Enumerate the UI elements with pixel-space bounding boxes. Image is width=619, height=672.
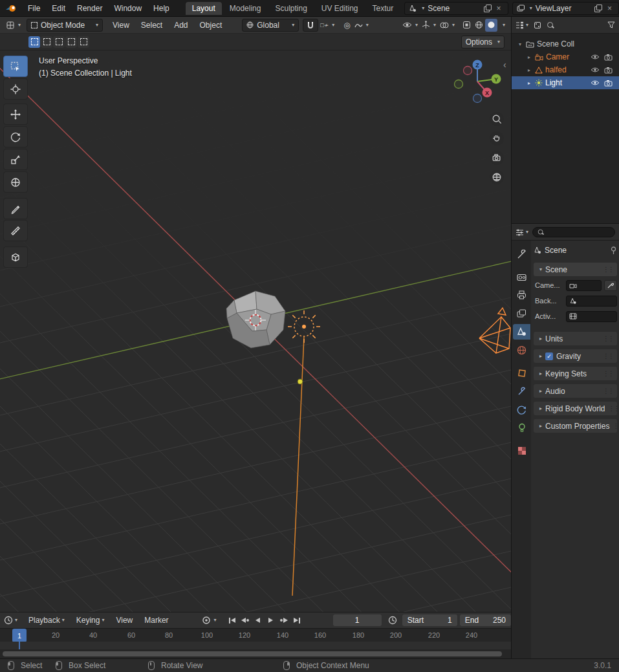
menu-keying[interactable]: Keying▾ — [71, 616, 111, 625]
menu-edit[interactable]: Edit — [46, 4, 71, 13]
panel-grip-icon[interactable]: ⋮⋮ — [609, 405, 619, 412]
jump-next-keyframe-button[interactable] — [277, 614, 290, 626]
play-button[interactable] — [265, 614, 277, 626]
tool-scale[interactable] — [3, 149, 28, 170]
outliner-display-mode-icon[interactable] — [534, 21, 541, 29]
panel-grip-icon[interactable]: ⋮⋮ — [603, 266, 613, 273]
remove-viewlayer-icon[interactable]: × — [605, 4, 614, 13]
menu-window[interactable]: Window — [108, 4, 147, 13]
scene-selector[interactable]: ▾ Scene × — [404, 2, 508, 15]
transform-orientation-dropdown[interactable]: Global ▾ — [242, 19, 299, 32]
gizmo-neg-z[interactable] — [473, 94, 482, 103]
workspace-tab-layout[interactable]: Layout — [186, 2, 222, 15]
outliner-editor-type-selector[interactable]: ▾ — [516, 21, 528, 29]
tool-move[interactable] — [3, 103, 28, 125]
overlays-dropdown[interactable]: ▾ — [438, 19, 457, 32]
disable-render-icon[interactable] — [604, 67, 613, 74]
gizmo-neg-x[interactable] — [464, 67, 472, 75]
tab-scene[interactable] — [513, 324, 530, 340]
workspace-tab-modeling[interactable]: Modeling — [223, 2, 268, 15]
snap-settings-dropdown[interactable]: □≁ ▾ — [318, 19, 336, 32]
menu-file[interactable]: File — [22, 4, 46, 13]
tab-object-data[interactable] — [513, 420, 530, 435]
outliner-row-scene-collection[interactable]: ▾ Scene Coll — [512, 38, 619, 50]
select-mode-invert-button[interactable] — [65, 36, 77, 48]
gravity-checkbox[interactable]: ✓ — [545, 352, 553, 360]
toggle-xray-button[interactable] — [461, 19, 473, 32]
tool-rotate[interactable] — [3, 126, 28, 147]
shading-dropdown[interactable]: ▾ — [499, 19, 507, 32]
tab-texture[interactable] — [513, 443, 530, 459]
select-mode-subtract-button[interactable] — [53, 36, 65, 48]
blender-logo-icon[interactable] — [5, 4, 17, 13]
viewlayer-selector[interactable]: ▾ ViewLayer × — [512, 2, 619, 15]
unlink-scene-icon[interactable]: × — [494, 4, 504, 13]
hide-viewport-icon[interactable] — [591, 67, 600, 73]
disable-render-icon[interactable] — [604, 54, 613, 61]
tool-transform[interactable] — [3, 171, 28, 193]
gizmos-dropdown[interactable]: ▾ — [420, 19, 438, 32]
play-reverse-button[interactable] — [252, 614, 265, 626]
tool-select-box[interactable] — [3, 56, 28, 77]
viewport-canvas[interactable] — [0, 50, 511, 612]
panel-rigid-body-header[interactable]: ▸ Rigid Body World ⋮⋮ — [534, 402, 617, 415]
menu-object[interactable]: Object — [194, 21, 228, 30]
select-mode-intersect-button[interactable] — [78, 36, 89, 48]
active-clip-field[interactable] — [566, 311, 617, 322]
mode-dropdown[interactable]: Object Mode ▾ — [27, 19, 103, 32]
outliner-row-light[interactable]: ▸ Light — [512, 76, 619, 89]
panel-grip-icon[interactable]: ⋮⋮ — [613, 422, 619, 429]
panel-custom-properties-header[interactable]: ▸ Custom Properties ⋮⋮ — [534, 419, 617, 433]
timeline-track[interactable] — [0, 642, 511, 649]
properties-search-field[interactable] — [532, 227, 615, 237]
scrollbar-thumb[interactable] — [3, 651, 502, 656]
eyedropper-button[interactable] — [604, 280, 617, 291]
frame-start-field[interactable]: Start 1 — [402, 614, 457, 626]
disclosure-icon[interactable]: ▸ — [526, 80, 532, 86]
camera-view-button[interactable] — [490, 151, 504, 165]
shading-wireframe-button[interactable] — [473, 19, 485, 32]
proportional-editing-toggle[interactable]: ◎ — [342, 19, 352, 32]
tool-measure[interactable] — [3, 220, 28, 241]
timeline-scrollbar[interactable] — [0, 649, 511, 658]
hide-viewport-icon[interactable] — [591, 80, 600, 86]
disable-render-icon[interactable] — [604, 80, 613, 87]
shading-solid-button[interactable] — [485, 19, 497, 32]
auto-keying-toggle[interactable]: ▾ — [202, 616, 217, 625]
hide-viewport-icon[interactable] — [591, 54, 600, 60]
sidebar-collapse-icon[interactable]: ‹ — [503, 60, 506, 70]
outliner-row-mesh[interactable]: ▸ halfed — [512, 63, 619, 76]
outliner-row-camera[interactable]: ▸ Camer — [512, 50, 619, 63]
use-preview-range-icon[interactable] — [388, 616, 397, 625]
jump-prev-keyframe-button[interactable] — [239, 614, 252, 626]
disclosure-icon[interactable]: ▾ — [517, 41, 523, 47]
panel-audio-header[interactable]: ▸ Audio ⋮⋮ — [534, 384, 617, 398]
tool-annotate[interactable] — [3, 198, 28, 219]
light-handle-dot[interactable] — [298, 379, 303, 384]
menu-add[interactable]: Add — [168, 21, 193, 30]
tab-object[interactable] — [513, 365, 530, 381]
frame-end-field[interactable]: End 250 — [460, 614, 511, 626]
jump-to-start-button[interactable] — [226, 614, 239, 626]
tab-world[interactable] — [513, 342, 530, 358]
workspace-tab-uv-editing[interactable]: UV Editing — [315, 2, 365, 15]
select-mode-extend-button[interactable] — [41, 36, 52, 48]
zoom-button[interactable] — [490, 112, 504, 126]
pin-icon[interactable] — [610, 246, 617, 255]
menu-timeline-view[interactable]: View — [110, 616, 138, 625]
camera-field[interactable] — [566, 280, 602, 291]
menu-view[interactable]: View — [107, 21, 135, 30]
panel-scene-header[interactable]: ▾ Scene ⋮⋮ — [534, 263, 617, 276]
tab-tool[interactable] — [513, 246, 530, 262]
tab-output[interactable] — [513, 287, 530, 303]
menu-render[interactable]: Render — [71, 4, 108, 13]
panel-grip-icon[interactable]: ⋮⋮ — [603, 352, 613, 360]
gizmo-neg-y[interactable] — [455, 80, 463, 89]
outliner-filter-icon[interactable] — [607, 21, 615, 28]
editor-type-selector[interactable]: ▾ — [4, 19, 23, 32]
tool-add-cube[interactable] — [3, 246, 28, 268]
current-frame-field[interactable]: 1 — [333, 614, 382, 626]
panel-grip-icon[interactable]: ⋮⋮ — [603, 335, 613, 342]
tab-modifiers[interactable] — [513, 384, 530, 399]
playhead[interactable]: 1 — [12, 629, 27, 642]
